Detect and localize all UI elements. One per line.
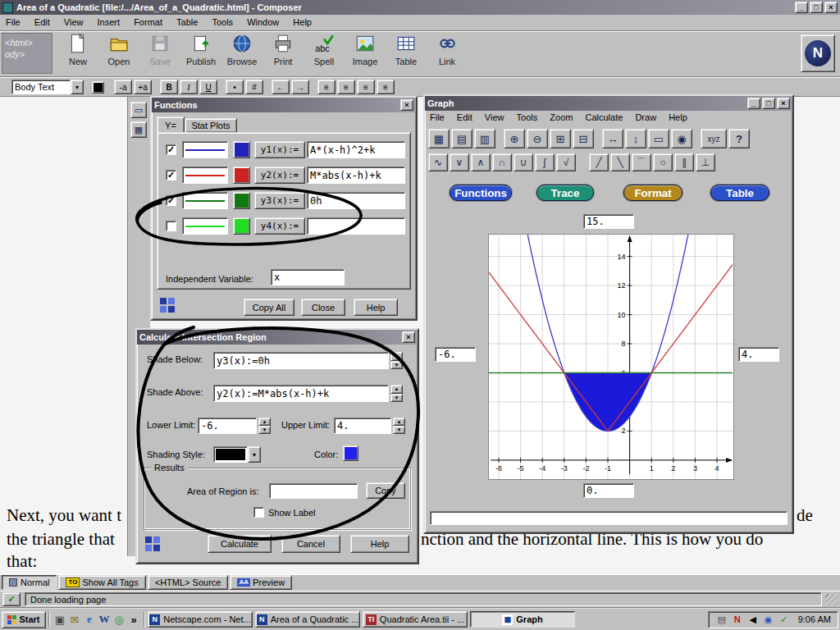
zoom-box-icon[interactable]: ⊞ [550,129,571,148]
tab-html-source[interactable]: <HTML> Source [148,575,229,590]
italic-button[interactable]: I [180,80,198,94]
security-status-icon[interactable]: ✓ [2,592,21,606]
volume-tray-icon[interactable]: ◀ [746,613,760,626]
netscape-quicklaunch-icon[interactable]: ◎ [112,612,126,627]
table-nav-button[interactable]: Table [710,185,769,201]
realplayer-tray-icon[interactable]: ◉ [762,613,775,626]
align-center-button[interactable]: ≡ [337,80,355,94]
stat-plots-icon[interactable]: ▤ [451,129,472,148]
draw-perpendicular-icon[interactable]: ⊥ [696,153,715,171]
ymax-bound-input[interactable]: 15. [583,214,634,229]
upper-limit-input[interactable]: 4. [334,418,391,434]
shade-color-swatch[interactable] [343,445,358,461]
image-button[interactable]: Image [345,33,386,75]
shade-above-input[interactable]: y2(x):=M*abs(x-h)+k [213,385,389,402]
graph-minimize-icon[interactable]: _ [747,98,760,109]
format-nav-button[interactable]: Format [623,185,682,201]
zoom-out-icon[interactable]: ⊖ [527,129,548,148]
axes-xyz-icon[interactable]: xyz [701,129,727,148]
copy-button[interactable]: Copy [366,482,405,499]
ie-icon[interactable]: e [82,612,97,627]
y3-expression-input[interactable]: 0h [307,192,405,209]
publish-button[interactable]: Publish [180,33,221,75]
task-quadratic-area-tii[interactable]: TI Quadratic Area.tii - ... [363,611,468,628]
y2-expression-input[interactable]: M*abs(x-h)+k [307,167,405,184]
underline-button[interactable]: U [199,80,217,94]
norton-tray-icon[interactable]: N [731,613,744,626]
task-graph[interactable]: ▦ Graph [470,611,575,628]
browse-button[interactable]: Browse [221,33,262,75]
align-justify-button[interactable]: ≡ [377,80,395,94]
y3-line-style-sample[interactable] [182,192,228,209]
save-button[interactable]: Save [139,33,180,75]
y4-color-swatch[interactable] [233,217,250,235]
align-left-button[interactable]: ≡ [317,80,336,94]
netscape-throbber[interactable]: N [801,34,835,72]
graph-close-icon[interactable]: × [777,98,790,109]
calc-integral-icon[interactable]: ∫ [535,153,555,171]
xmax-bound-input[interactable]: 4. [738,347,779,362]
task-netscape[interactable]: N Netscape.com - Net... [148,611,253,628]
decrease-font-button[interactable]: -a [114,80,132,94]
calc-min-icon[interactable]: ∨ [450,153,469,171]
agent-tray-icon[interactable]: ✓ [778,613,791,626]
increase-font-button[interactable]: +a [134,80,152,94]
quicklaunch-overflow-icon[interactable]: » [126,612,141,627]
graph-menu-file[interactable]: File [425,111,450,124]
calc-zero-icon[interactable]: √ [556,153,576,171]
minimize-button[interactable]: _ [795,2,808,13]
draw-tangent-icon[interactable]: ╲ [610,153,630,171]
intersection-dialog-titlebar[interactable]: Calculate Intersection Region × [137,330,418,345]
graph-menu-view[interactable]: View [480,111,509,124]
tab-y-equals[interactable]: Y= [157,116,185,133]
paragraph-style-dropdown-icon[interactable]: ▼ [71,80,84,94]
y1-expression-input[interactable]: A*(x-h)^2+k [307,141,405,158]
tab-stat-plots[interactable]: Stat Plots [185,118,237,133]
pan-horizontal-icon[interactable]: ↔ [602,129,623,148]
y2-enabled-checkbox[interactable]: ✓ [166,170,176,180]
embedded-toolbar-button-1[interactable]: ▭ [130,102,147,118]
graph-menu-zoom[interactable]: Zoom [545,111,578,124]
shade-below-spinner[interactable]: ▲ ▼ [390,352,403,369]
ymin-bound-input[interactable]: 0. [583,483,634,498]
new-button[interactable]: New [57,33,98,75]
word-icon[interactable]: W [97,612,112,627]
zoom-standard-icon[interactable]: ⊟ [573,129,594,148]
calc-max-icon[interactable]: ∧ [471,153,491,171]
table-button[interactable]: Table [386,33,427,75]
menu-edit[interactable]: Edit [29,15,56,30]
graph-menu-edit[interactable]: Edit [452,111,477,124]
link-button[interactable]: Link [427,33,468,75]
menu-format[interactable]: Format [128,15,168,30]
resize-grip[interactable] [825,594,837,605]
open-button[interactable]: Open [98,33,139,75]
y2-color-swatch[interactable] [233,167,250,184]
menu-insert[interactable]: Insert [92,15,126,30]
graph-titlebar[interactable]: Graph _ □ × [425,96,792,111]
bold-button[interactable]: B [160,80,178,94]
graph-entry-line[interactable] [430,511,788,525]
lower-limit-input[interactable]: -6. [198,418,257,434]
functions-nav-button[interactable]: Functions [450,185,512,201]
pan-vertical-icon[interactable]: ↕ [625,129,646,148]
lower-limit-spinner[interactable]: ▲ ▼ [258,418,271,434]
spell-button[interactable]: abc Spell [304,33,345,75]
show-desktop-icon[interactable]: ▣ [52,612,67,627]
trace-nav-button[interactable]: Trace [536,185,594,201]
numbered-list-button[interactable]: # [245,80,263,94]
draw-circle-icon[interactable]: ○ [653,153,673,171]
graph-maximize-icon[interactable]: □ [762,98,775,109]
composer-titlebar[interactable]: Area of a Quadratic [file:/.../Area_of_a… [0,0,840,15]
zoom-in-icon[interactable]: ⊕ [504,129,525,148]
xmin-bound-input[interactable]: -6. [435,347,476,362]
functions-close-button[interactable]: Close [301,299,345,316]
outlook-icon[interactable]: ✉ [67,612,82,627]
window-settings-icon[interactable]: ▭ [648,129,669,148]
edit-functions-icon[interactable]: ▦ [428,129,450,148]
outdent-button[interactable]: ← [272,80,290,94]
maximize-button[interactable]: □ [810,2,823,13]
y1-line-style-sample[interactable] [182,141,228,158]
copy-all-button[interactable]: Copy All [244,299,294,316]
indent-button[interactable]: → [291,80,309,94]
menu-tools[interactable]: Tools [206,15,239,30]
